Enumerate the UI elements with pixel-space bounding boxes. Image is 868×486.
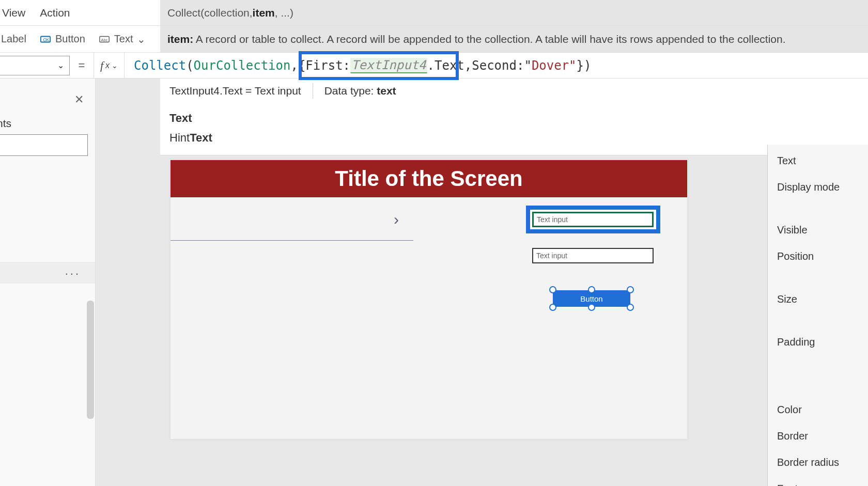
intellisense-panel: TextInput4.Text = Text input Data type: … <box>160 79 868 155</box>
prop-visible[interactable]: Visible <box>768 217 868 243</box>
text-input-2[interactable]: Text input <box>532 248 654 263</box>
svg-text:Abc: Abc <box>101 37 107 42</box>
gallery-item[interactable]: › <box>171 205 413 241</box>
chevron-down-icon: ⌄ <box>57 60 64 70</box>
selection-handle[interactable] <box>588 286 595 293</box>
formula-input[interactable]: Collect(OurCollection, {First: TextInput… <box>125 53 868 78</box>
panel-header: nts <box>0 117 11 130</box>
prop-font[interactable]: Font <box>768 476 868 486</box>
prop-size[interactable]: Size <box>768 286 868 312</box>
menu-view[interactable]: View <box>2 7 25 19</box>
prop-position[interactable]: Position <box>768 243 868 270</box>
text-input-1[interactable]: Text input <box>532 212 654 227</box>
selection-handle[interactable] <box>627 304 634 311</box>
selection-handle[interactable] <box>627 286 634 293</box>
selection-handle[interactable] <box>549 304 556 311</box>
selection-handle[interactable] <box>588 304 595 311</box>
intellisense-datatype: Data type: text <box>324 85 396 97</box>
button-icon: OK <box>40 34 51 45</box>
insert-text-button[interactable]: Abc Text ⌄ <box>99 33 146 45</box>
intellisense-value: TextInput4.Text = Text input <box>169 85 301 97</box>
selection-handle[interactable] <box>549 286 556 293</box>
formula-bar: ⌄ = fx ⌄ Collect(OurCollection, {First: … <box>0 53 868 79</box>
insert-button-button[interactable]: OK Button <box>40 33 85 45</box>
more-icon[interactable]: ··· <box>65 267 81 280</box>
ribbon-bar: Label OK Button Abc Text ⌄ item: A recor… <box>0 26 868 53</box>
screen-title-label: Title of the Screen <box>171 160 687 197</box>
property-selector[interactable]: ⌄ <box>0 56 70 75</box>
intellisense-suggestion[interactable]: Text <box>169 108 859 128</box>
prop-display-mode[interactable]: Display mode <box>768 174 868 200</box>
fx-button[interactable]: fx ⌄ <box>94 53 125 78</box>
prop-border-radius[interactable]: Border radius <box>768 449 868 476</box>
prop-padding[interactable]: Padding <box>768 329 868 355</box>
insert-label-button[interactable]: Label <box>1 33 26 45</box>
canvas[interactable]: Title of the Screen › Text input Text in… <box>171 160 687 439</box>
equals-label: = <box>70 59 94 72</box>
properties-panel: Text Display mode Visible Position Size … <box>767 145 868 486</box>
prop-text[interactable]: Text <box>768 148 868 174</box>
menu-bar: View Action Collect(collection, item, ..… <box>0 0 868 26</box>
chevron-down-icon: ⌄ <box>137 33 146 45</box>
search-input[interactable] <box>0 134 88 156</box>
tree-selected-row[interactable] <box>0 262 95 284</box>
close-icon[interactable]: ✕ <box>74 93 84 106</box>
prop-color[interactable]: Color <box>768 397 868 423</box>
parameter-description: item: A record or table to collect. A re… <box>160 26 868 52</box>
text-icon: Abc <box>99 34 110 45</box>
chevron-right-icon[interactable]: › <box>394 211 399 228</box>
menu-action[interactable]: Action <box>40 7 70 19</box>
tree-view-panel: ✕ nts ··· <box>0 79 96 486</box>
intellisense-suggestion[interactable]: HintText <box>169 128 859 148</box>
svg-text:OK: OK <box>43 37 49 42</box>
prop-border[interactable]: Border <box>768 423 868 449</box>
scrollbar[interactable] <box>87 301 94 419</box>
formula-signature: Collect(collection, item, ...) <box>160 0 868 25</box>
